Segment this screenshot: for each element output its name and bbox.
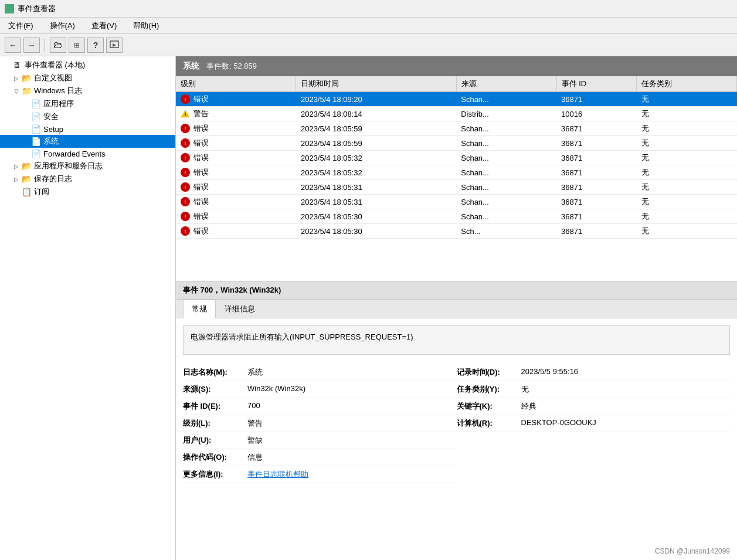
setup-log-icon: 📄 bbox=[30, 124, 41, 134]
cell-task: 无 bbox=[637, 151, 737, 165]
table-row[interactable]: !警告2023/5/4 18:08:14Distrib...10016无 bbox=[176, 107, 737, 121]
expand-icon bbox=[2, 60, 12, 70]
svg-marker-1 bbox=[113, 43, 116, 47]
sidebar-item-saved[interactable]: ▷ 📂 保存的日志 bbox=[0, 172, 175, 185]
forwarded-log-icon: 📄 bbox=[30, 149, 41, 158]
sidebar-item-app[interactable]: 📄 应用程序 bbox=[0, 97, 175, 110]
table-row[interactable]: !错误2023/5/4 18:05:30Schan...36871无 bbox=[176, 209, 737, 224]
sidebar-label-security: 安全 bbox=[43, 111, 59, 122]
sidebar-item-setup[interactable]: 📄 Setup bbox=[0, 123, 175, 135]
back-button[interactable]: ← bbox=[5, 38, 21, 53]
table-row[interactable]: !错误2023/5/4 18:05:30Sch...36871无 bbox=[176, 224, 737, 239]
menu-view[interactable]: 查看(V) bbox=[88, 19, 120, 32]
open-folder-button[interactable]: 🗁 bbox=[50, 38, 66, 53]
table-row[interactable]: !错误2023/5/4 18:05:32Schan...36871无 bbox=[176, 151, 737, 165]
sidebar-item-winlogs[interactable]: ▽ 📁 Windows 日志 bbox=[0, 84, 175, 97]
table-row[interactable]: !错误2023/5/4 18:05:31Schan...36871无 bbox=[176, 180, 737, 195]
cell-task: 无 bbox=[637, 209, 737, 224]
table-row[interactable]: !错误2023/5/4 18:05:32Schan...36871无 bbox=[176, 165, 737, 180]
cell-task: 无 bbox=[637, 224, 737, 239]
cell-event-id: 36871 bbox=[556, 224, 637, 239]
event-list-header: 系统 事件数: 52,859 bbox=[176, 56, 737, 76]
sidebar-label-app: 应用程序 bbox=[43, 99, 74, 109]
sidebar-item-root[interactable]: 🖥 事件查看器 (本地) bbox=[0, 59, 175, 72]
menu-file[interactable]: 文件(F) bbox=[5, 19, 37, 32]
field-task-cat-label: 任务类别(Y): bbox=[457, 384, 521, 395]
cell-task: 无 bbox=[637, 92, 737, 107]
cell-datetime: 2023/5/4 18:05:30 bbox=[296, 209, 456, 224]
error-icon: ! bbox=[181, 212, 190, 221]
cell-datetime: 2023/5/4 18:05:31 bbox=[296, 180, 456, 195]
expand-setup-icon bbox=[21, 124, 30, 134]
error-icon: ! bbox=[181, 124, 190, 133]
expand-forwarded-icon bbox=[21, 149, 30, 158]
col-eventid[interactable]: 事件 ID bbox=[556, 76, 637, 92]
field-opcode: 操作代码(O): 信息 bbox=[183, 449, 457, 466]
field-log-name: 日志名称(M): 系统 bbox=[183, 364, 457, 381]
cell-task: 无 bbox=[637, 107, 737, 121]
field-record-time-value: 2023/5/5 9:55:16 bbox=[521, 367, 579, 376]
field-event-id-label: 事件 ID(E): bbox=[183, 401, 247, 412]
cell-task: 无 bbox=[637, 165, 737, 180]
field-record-time: 记录时间(D): 2023/5/5 9:55:16 bbox=[457, 364, 731, 381]
cell-event-id: 36871 bbox=[556, 151, 637, 165]
toolbar: ← → 🗁 ⊞ ? bbox=[0, 34, 737, 56]
sidebar-item-appservice[interactable]: ▷ 📂 应用程序和服务日志 bbox=[0, 159, 175, 172]
toolbar-sep-1 bbox=[45, 39, 45, 52]
field-level-value: 警告 bbox=[247, 418, 263, 429]
level-text: 错误 bbox=[193, 138, 209, 148]
level-text: 错误 bbox=[193, 167, 209, 178]
col-datetime[interactable]: 日期和时间 bbox=[296, 76, 456, 92]
event-count: 事件数: 52,859 bbox=[206, 61, 257, 72]
table-row[interactable]: !错误2023/5/4 18:05:59Schan...36871无 bbox=[176, 121, 737, 136]
subscribe-icon: 📋 bbox=[21, 187, 32, 196]
expand-appservice-icon: ▷ bbox=[12, 161, 21, 171]
forward-button[interactable]: → bbox=[23, 38, 40, 53]
expand-winlogs-icon: ▽ bbox=[12, 86, 21, 96]
error-icon: ! bbox=[181, 138, 190, 148]
sidebar: 🖥 事件查看器 (本地) ▷ 📂 自定义视图 ▽ 📁 Windows 日志 📄 … bbox=[0, 56, 176, 560]
col-task[interactable]: 任务类别 bbox=[637, 76, 737, 92]
view-button[interactable]: ⊞ bbox=[69, 38, 85, 53]
table-row[interactable]: !错误2023/5/4 18:09:20Schan...36871无 bbox=[176, 92, 737, 107]
detail-header: 事件 700，Win32k (Win32k) bbox=[176, 281, 737, 300]
detail-content: 电源管理器请求阻止所有输入(INPUT_SUPPRESS_REQUEST=1) … bbox=[176, 318, 737, 560]
help-button[interactable]: ? bbox=[87, 38, 104, 53]
sidebar-item-custom[interactable]: ▷ 📂 自定义视图 bbox=[0, 72, 175, 84]
error-icon: ! bbox=[181, 197, 190, 206]
sidebar-item-subscribe[interactable]: 📋 订阅 bbox=[0, 185, 175, 198]
table-row[interactable]: !错误2023/5/4 18:05:59Schan...36871无 bbox=[176, 136, 737, 151]
event-table-container[interactable]: 级别 日期和时间 来源 事件 ID 任务类别 !错误2023/5/4 18:09… bbox=[176, 76, 737, 281]
event-log-help-link[interactable]: 事件日志联机帮助 bbox=[247, 469, 308, 480]
level-text: 警告 bbox=[193, 108, 209, 119]
field-source-value: Win32k (Win32k) bbox=[247, 384, 305, 393]
watermark: CSDN @Junson142099 bbox=[655, 547, 730, 555]
cell-source: Schan... bbox=[456, 209, 556, 224]
cell-level: !错误 bbox=[176, 180, 296, 195]
tab-details[interactable]: 详细信息 bbox=[216, 300, 264, 318]
cell-level: !错误 bbox=[176, 151, 296, 165]
level-text: 错误 bbox=[193, 123, 209, 134]
security-log-icon: 📄 bbox=[30, 112, 41, 121]
sidebar-item-system[interactable]: 📄 系统 bbox=[0, 135, 175, 148]
field-log-name-label: 日志名称(M): bbox=[183, 367, 247, 378]
col-source[interactable]: 来源 bbox=[456, 76, 556, 92]
tab-general[interactable]: 常规 bbox=[183, 300, 216, 318]
cell-task: 无 bbox=[637, 136, 737, 151]
sidebar-item-security[interactable]: 📄 安全 bbox=[0, 110, 175, 123]
table-row[interactable]: !错误2023/5/4 18:05:31Schan...36871无 bbox=[176, 195, 737, 209]
cell-event-id: 36871 bbox=[556, 209, 637, 224]
cell-level: !错误 bbox=[176, 195, 296, 209]
field-level: 级别(L): 警告 bbox=[183, 415, 457, 432]
action-button[interactable] bbox=[106, 38, 123, 53]
field-user: 用户(U): 暂缺 bbox=[183, 432, 457, 449]
level-text: 错误 bbox=[193, 211, 209, 222]
sidebar-item-forwarded[interactable]: 📄 Forwarded Events bbox=[0, 148, 175, 159]
col-level[interactable]: 级别 bbox=[176, 76, 296, 92]
menu-help[interactable]: 帮助(H) bbox=[130, 19, 162, 32]
menu-action[interactable]: 操作(A) bbox=[46, 19, 79, 32]
cell-source: Schan... bbox=[456, 92, 556, 107]
system-log-icon: 📄 bbox=[30, 137, 41, 146]
field-event-id-value: 700 bbox=[247, 401, 260, 410]
cell-level: !警告 bbox=[176, 107, 296, 121]
